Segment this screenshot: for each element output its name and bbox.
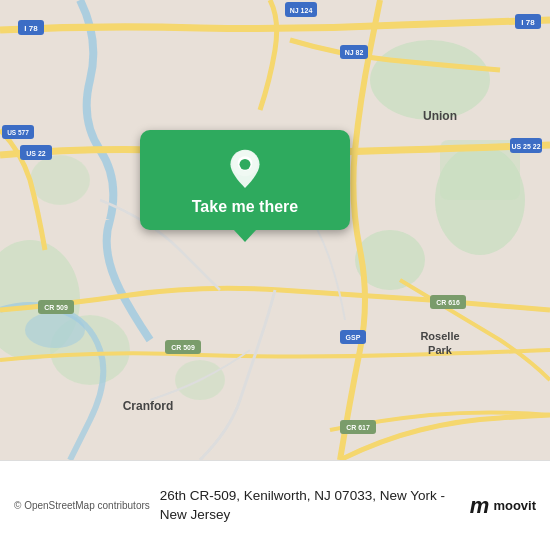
take-me-there-label: Take me there [192, 198, 298, 216]
map-background: I 78 I 78 NJ 124 NJ 82 US 22 US 25 22 US… [0, 0, 550, 460]
svg-text:US 577: US 577 [7, 129, 29, 136]
svg-text:NJ 124: NJ 124 [290, 7, 313, 14]
location-pin-icon [225, 148, 265, 188]
address-text: 26th CR-509, Kenilworth, NJ 07033, New Y… [160, 487, 460, 525]
svg-text:Union: Union [423, 109, 457, 123]
svg-text:Roselle: Roselle [420, 330, 459, 342]
svg-text:NJ 82: NJ 82 [345, 49, 364, 56]
svg-point-6 [30, 155, 90, 205]
svg-text:CR 509: CR 509 [171, 344, 195, 351]
bottom-bar: © OpenStreetMap contributors 26th CR-509… [0, 460, 550, 550]
svg-point-41 [240, 159, 251, 170]
svg-text:I 78: I 78 [24, 24, 38, 33]
svg-text:Park: Park [428, 344, 453, 356]
osm-credit: © OpenStreetMap contributors [14, 500, 150, 511]
map-container: I 78 I 78 NJ 124 NJ 82 US 22 US 25 22 US… [0, 0, 550, 460]
svg-text:Cranford: Cranford [123, 399, 174, 413]
moovit-m-letter: m [470, 493, 490, 519]
svg-text:CR 617: CR 617 [346, 424, 370, 431]
svg-point-9 [25, 312, 85, 348]
svg-text:I 78: I 78 [521, 18, 535, 27]
svg-text:CR 616: CR 616 [436, 299, 460, 306]
svg-point-1 [370, 40, 490, 120]
svg-text:GSP: GSP [346, 334, 361, 341]
take-me-there-button[interactable]: Take me there [140, 130, 350, 230]
moovit-logo: m moovit [470, 493, 536, 519]
svg-text:US 25 22: US 25 22 [511, 143, 540, 150]
svg-text:US 22: US 22 [26, 150, 46, 157]
moovit-wordmark: moovit [493, 498, 536, 513]
svg-text:CR 509: CR 509 [44, 304, 68, 311]
